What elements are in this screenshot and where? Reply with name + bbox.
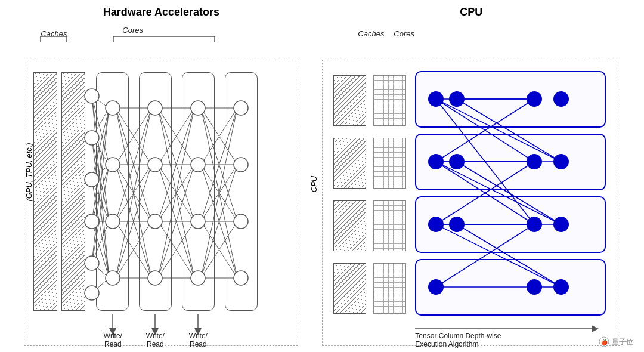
svg-point-86 bbox=[148, 158, 162, 172]
svg-point-120 bbox=[428, 217, 444, 232]
svg-point-94 bbox=[234, 158, 248, 172]
svg-point-88 bbox=[148, 271, 162, 285]
svg-point-79 bbox=[85, 256, 99, 270]
tensor-label: Tensor Column Depth-wise Execution Algor… bbox=[415, 332, 501, 348]
svg-point-84 bbox=[106, 271, 120, 285]
left-title: Hardware Accelerators bbox=[103, 6, 219, 18]
wr-label-2: Write/Read bbox=[137, 332, 173, 348]
main-container: Hardware Accelerators Caches Cores bbox=[0, 0, 644, 352]
svg-point-95 bbox=[234, 214, 248, 229]
execution-text: Execution Algorithm bbox=[415, 340, 478, 348]
svg-point-80 bbox=[85, 286, 99, 300]
left-connections-svg bbox=[24, 60, 298, 345]
svg-point-89 bbox=[191, 101, 205, 115]
svg-point-92 bbox=[191, 271, 205, 285]
svg-point-132 bbox=[553, 279, 569, 295]
svg-line-113 bbox=[436, 224, 561, 287]
wr-label-1: Write/Read bbox=[95, 332, 131, 348]
svg-point-123 bbox=[449, 154, 465, 169]
svg-point-91 bbox=[191, 214, 205, 229]
svg-point-77 bbox=[85, 172, 99, 187]
svg-point-78 bbox=[85, 214, 99, 229]
svg-point-85 bbox=[148, 101, 162, 115]
svg-point-121 bbox=[428, 279, 444, 295]
left-diagram: (GPU, TPU, etc.) bbox=[24, 60, 298, 346]
right-connections-svg bbox=[323, 60, 620, 345]
right-title: CPU bbox=[460, 6, 482, 18]
watermark-text: 量子位 bbox=[612, 337, 633, 347]
cpu-vert-label: CPU bbox=[310, 176, 319, 192]
svg-point-126 bbox=[553, 91, 569, 107]
svg-line-107 bbox=[436, 162, 561, 224]
right-cores-label: Cores bbox=[394, 29, 414, 38]
svg-point-118 bbox=[428, 91, 444, 107]
wr-label-3: Write/Read bbox=[180, 332, 216, 348]
svg-point-96 bbox=[234, 271, 248, 285]
svg-point-87 bbox=[148, 214, 162, 229]
watermark: 🍎 量子位 bbox=[599, 336, 633, 347]
svg-point-124 bbox=[449, 217, 465, 232]
svg-point-83 bbox=[106, 214, 120, 229]
right-panel: CPU Caches Cores CPU bbox=[311, 6, 632, 346]
svg-point-75 bbox=[85, 89, 99, 103]
svg-line-116 bbox=[436, 224, 534, 287]
right-caches-label: Caches bbox=[358, 29, 384, 38]
svg-point-93 bbox=[234, 101, 248, 115]
svg-line-109 bbox=[457, 162, 561, 224]
right-diagram: CPU bbox=[322, 60, 620, 346]
svg-point-128 bbox=[553, 154, 569, 169]
svg-line-115 bbox=[457, 224, 561, 287]
svg-line-102 bbox=[457, 99, 561, 162]
svg-line-99 bbox=[436, 99, 561, 162]
svg-point-82 bbox=[106, 158, 120, 172]
svg-text:🍎: 🍎 bbox=[601, 339, 608, 346]
svg-point-130 bbox=[553, 217, 569, 232]
left-panel: Hardware Accelerators Caches Cores bbox=[12, 6, 311, 346]
svg-point-81 bbox=[106, 101, 120, 115]
svg-point-76 bbox=[85, 131, 99, 145]
tensor-text: Tensor Column Depth-wise bbox=[415, 332, 501, 340]
watermark-icon: 🍎 bbox=[599, 336, 609, 347]
svg-point-129 bbox=[527, 217, 542, 232]
svg-point-90 bbox=[191, 158, 205, 172]
svg-point-119 bbox=[428, 154, 444, 169]
svg-point-127 bbox=[527, 154, 542, 169]
svg-point-122 bbox=[449, 91, 465, 107]
svg-point-131 bbox=[527, 279, 542, 295]
svg-point-125 bbox=[527, 91, 542, 107]
